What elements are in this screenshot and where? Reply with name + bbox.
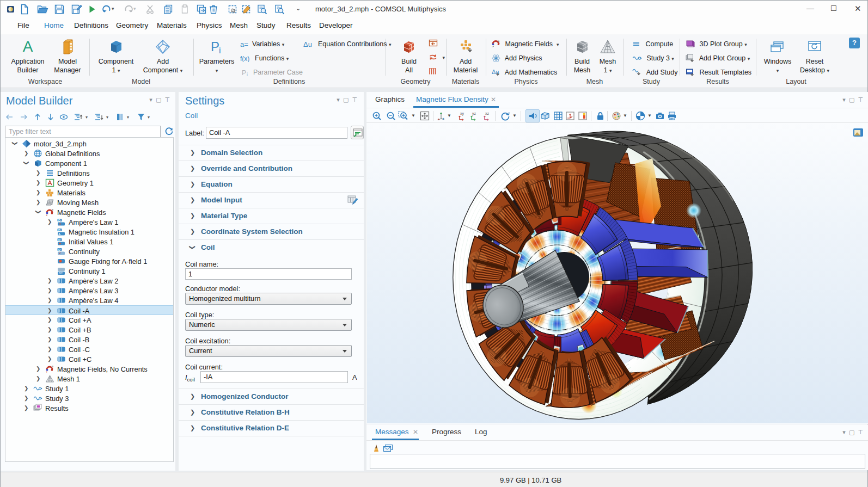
svg-text:f(x): f(x) [240,55,249,62]
svg-text:D: D [58,229,60,232]
svg-text:DC: DC [59,272,63,275]
svg-text:xz: xz [485,112,490,115]
svg-text:P: P [242,69,246,76]
svg-text:a=: a= [240,40,248,48]
svg-text:D: D [58,238,60,242]
svg-text:D: D [58,219,60,222]
svg-text:D: D [58,248,60,251]
svg-text:xy: xy [460,112,464,116]
svg-text:i: i [219,46,221,55]
svg-text:i: i [247,72,248,76]
svg-text:yz: yz [472,112,476,116]
svg-text:Δu: Δu [303,40,312,48]
svg-text:A: A [23,39,33,55]
svg-text:+: + [46,213,48,217]
svg-text:+: + [46,370,48,373]
svg-text:P: P [211,39,219,54]
